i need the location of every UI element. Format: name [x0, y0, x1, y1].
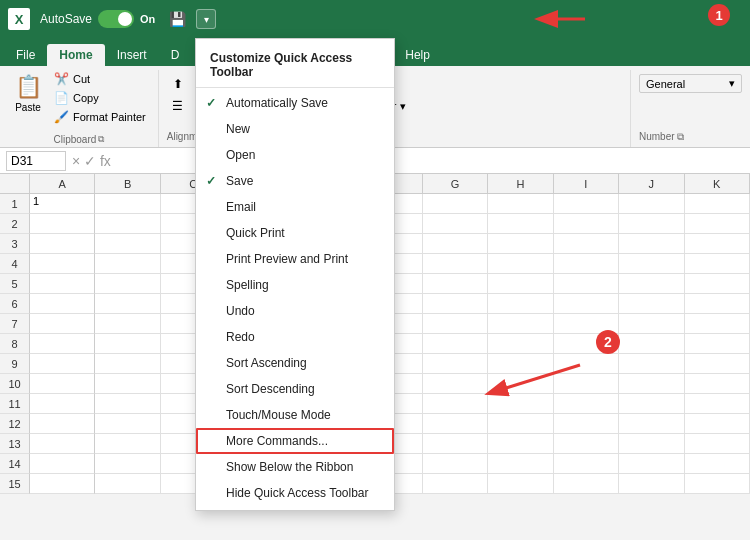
number-format-dropdown[interactable]: General▾	[639, 74, 742, 93]
cell-j4[interactable]	[619, 254, 684, 274]
cell-k1[interactable]	[685, 194, 750, 214]
copy-button[interactable]: 📄 Copy	[50, 89, 150, 107]
cell-a10[interactable]	[30, 374, 95, 394]
col-header-i[interactable]: I	[554, 174, 619, 193]
number-expand-icon[interactable]: ⧉	[677, 131, 684, 142]
dropdown-item-undo[interactable]: Undo	[196, 298, 394, 324]
cell-j1[interactable]	[619, 194, 684, 214]
cell-j8[interactable]	[619, 334, 684, 354]
dropdown-item-hide-toolbar[interactable]: Hide Quick Access Toolbar	[196, 480, 394, 506]
cell-a7[interactable]	[30, 314, 95, 334]
col-header-h[interactable]: H	[488, 174, 553, 193]
dropdown-item-print-preview[interactable]: Print Preview and Print	[196, 246, 394, 272]
cell-i2[interactable]	[554, 214, 619, 234]
cell-b9[interactable]	[95, 354, 160, 374]
autosave-toggle[interactable]	[98, 10, 134, 28]
cell-j2[interactable]	[619, 214, 684, 234]
cell-k3[interactable]	[685, 234, 750, 254]
cell-a11[interactable]	[30, 394, 95, 414]
cell-h15[interactable]	[488, 474, 553, 494]
cell-k15[interactable]	[685, 474, 750, 494]
dropdown-item-auto-save[interactable]: Automatically Save	[196, 90, 394, 116]
cell-i15[interactable]	[554, 474, 619, 494]
cell-b13[interactable]	[95, 434, 160, 454]
cell-g8[interactable]	[423, 334, 488, 354]
dropdown-item-more-commands[interactable]: More Commands...	[196, 428, 394, 454]
cell-i3[interactable]	[554, 234, 619, 254]
dropdown-item-touch-mode[interactable]: Touch/Mouse Mode	[196, 402, 394, 428]
cell-b4[interactable]	[95, 254, 160, 274]
cell-i10[interactable]	[554, 374, 619, 394]
cell-k8[interactable]	[685, 334, 750, 354]
format-painter-button[interactable]: 🖌️ Format Painter	[50, 108, 150, 126]
cell-a6[interactable]	[30, 294, 95, 314]
cell-i14[interactable]	[554, 454, 619, 474]
tab-insert[interactable]: Insert	[105, 44, 159, 66]
cell-i9[interactable]	[554, 354, 619, 374]
cell-b11[interactable]	[95, 394, 160, 414]
cell-g4[interactable]	[423, 254, 488, 274]
cell-i12[interactable]	[554, 414, 619, 434]
cell-g11[interactable]	[423, 394, 488, 414]
cell-b10[interactable]	[95, 374, 160, 394]
cell-h9[interactable]	[488, 354, 553, 374]
cell-k7[interactable]	[685, 314, 750, 334]
dropdown-item-sort-desc[interactable]: Sort Descending	[196, 376, 394, 402]
col-header-g[interactable]: G	[423, 174, 488, 193]
cell-g3[interactable]	[423, 234, 488, 254]
cell-i6[interactable]	[554, 294, 619, 314]
cell-g2[interactable]	[423, 214, 488, 234]
cell-h14[interactable]	[488, 454, 553, 474]
cell-j10[interactable]	[619, 374, 684, 394]
cell-j6[interactable]	[619, 294, 684, 314]
cell-h7[interactable]	[488, 314, 553, 334]
col-header-a[interactable]: A	[30, 174, 95, 193]
cell-h1[interactable]	[488, 194, 553, 214]
cell-g13[interactable]	[423, 434, 488, 454]
cell-b8[interactable]	[95, 334, 160, 354]
cell-j14[interactable]	[619, 454, 684, 474]
cell-i11[interactable]	[554, 394, 619, 414]
cell-g12[interactable]	[423, 414, 488, 434]
cell-h12[interactable]	[488, 414, 553, 434]
cell-a15[interactable]	[30, 474, 95, 494]
cell-h11[interactable]	[488, 394, 553, 414]
cell-k5[interactable]	[685, 274, 750, 294]
dropdown-item-show-below[interactable]: Show Below the Ribbon	[196, 454, 394, 480]
col-header-k[interactable]: K	[685, 174, 750, 193]
tab-d[interactable]: D	[159, 44, 192, 66]
cell-a9[interactable]	[30, 354, 95, 374]
cell-b15[interactable]	[95, 474, 160, 494]
cell-a13[interactable]	[30, 434, 95, 454]
cell-i5[interactable]	[554, 274, 619, 294]
cell-g14[interactable]	[423, 454, 488, 474]
col-header-b[interactable]: B	[95, 174, 160, 193]
cell-b14[interactable]	[95, 454, 160, 474]
cell-a8[interactable]	[30, 334, 95, 354]
col-header-j[interactable]: J	[619, 174, 684, 193]
cell-j7[interactable]	[619, 314, 684, 334]
dropdown-item-sort-asc[interactable]: Sort Ascending	[196, 350, 394, 376]
cell-g1[interactable]	[423, 194, 488, 214]
tab-file[interactable]: File	[4, 44, 47, 66]
cell-b3[interactable]	[95, 234, 160, 254]
cell-k10[interactable]	[685, 374, 750, 394]
align-left-btn[interactable]: ☰	[167, 96, 189, 116]
clipboard-expand-icon[interactable]: ⧉	[98, 134, 104, 145]
cell-h6[interactable]	[488, 294, 553, 314]
cell-k12[interactable]	[685, 414, 750, 434]
cell-j11[interactable]	[619, 394, 684, 414]
paste-button[interactable]: 📋 Paste	[8, 70, 48, 117]
cell-a1[interactable]: 1	[30, 194, 95, 214]
cell-a3[interactable]	[30, 234, 95, 254]
dropdown-item-spelling[interactable]: Spelling	[196, 272, 394, 298]
cell-g5[interactable]	[423, 274, 488, 294]
cell-k9[interactable]	[685, 354, 750, 374]
cell-h3[interactable]	[488, 234, 553, 254]
cell-a5[interactable]	[30, 274, 95, 294]
cell-k4[interactable]	[685, 254, 750, 274]
cell-h2[interactable]	[488, 214, 553, 234]
dropdown-item-new[interactable]: New	[196, 116, 394, 142]
cell-a12[interactable]	[30, 414, 95, 434]
cell-g9[interactable]	[423, 354, 488, 374]
